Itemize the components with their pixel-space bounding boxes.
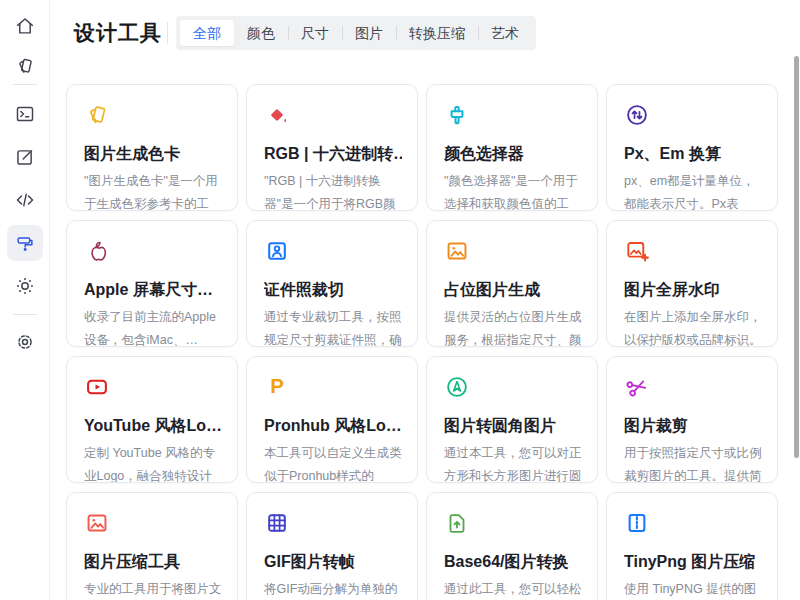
tool-card[interactable]: 占位图片生成提供灵活的占位图片生成服务，根据指定尺寸、颜色… [426,220,598,347]
tool-card-description: 通过本工具，您可以对正方形和长方形图片进行圆角… [444,442,582,483]
tool-card-title: YouTube 风格Lo… [84,416,222,437]
brightness-icon [14,275,36,297]
sidebar-item-cards-stack[interactable] [7,48,43,84]
sidebar-divider [13,314,37,315]
sidebar-item-compose[interactable] [7,139,43,175]
apple-icon [84,238,110,264]
tool-card-description: px、em都是计量单位，都能表示尺寸。Px表示"绝… [624,170,762,211]
tool-card[interactable]: GIF图片转帧将GIF动画分解为单独的图像帧。提供每一帧的输出… [246,492,418,600]
tool-card[interactable]: 证件照裁切通过专业裁切工具，按照规定尺寸剪裁证件照，确保… [246,220,418,347]
file-upload-icon [444,510,470,536]
tool-card[interactable]: 图片压缩工具专业的工具用于将图片文件进行压缩，减小文件大小… [66,492,238,600]
tool-card[interactable]: Apple 屏幕尺寸…收录了目前主流的Apple设备，包含iMac、… [66,220,238,347]
home-icon [14,15,36,37]
tool-card-description: 提供灵活的占位图片生成服务，根据指定尺寸、颜色… [444,306,582,347]
tab-all[interactable]: 全部 [180,20,234,46]
color-picker-icon [444,102,470,128]
tool-card-title: 图片全屏水印 [624,280,762,301]
tool-card-description: "RGB | 十六进制转换器"是一个用于将RGB颜色值和… [264,170,402,211]
px-em-icon [624,102,650,128]
tool-card[interactable]: 图片生成色卡"图片生成色卡"是一个用于生成色彩参考卡的工具。… [66,84,238,211]
tool-card-title: 图片转圆角图片 [444,416,582,437]
tool-card-title: TinyPng 图片压缩 [624,552,762,573]
tool-card[interactable]: TinyPng 图片压缩使用 TinyPNG 提供的图片压缩服务，自动减小图像… [606,492,778,600]
tool-card-description: 收录了目前主流的Apple设备，包含iMac、… [84,306,222,347]
tool-card[interactable]: PPronhub 风格Lo…本工具可以自定义生成类似于Pronhub样式的Log… [246,356,418,483]
tool-card-description: 通过此工具，您可以轻松进行Base64编码和解码，实… [444,578,582,600]
tool-card-title: Apple 屏幕尺寸… [84,280,222,301]
tab-4[interactable]: 转换压缩 [396,20,478,46]
tool-card-description: 定制 YouTube 风格的专业Logo，融合独特设计元… [84,442,222,483]
sidebar-divider [13,84,37,85]
letter-p-icon: P [264,374,290,400]
compose-icon [14,146,36,168]
image-plus-icon [624,238,650,264]
tool-card-title: RGB | 十六进制转… [264,144,402,165]
sidebar-item-brightness[interactable] [7,268,43,304]
tool-card-title: 图片压缩工具 [84,552,222,573]
tool-card-description: 将GIF动画分解为单独的图像帧。提供每一帧的输出… [264,578,402,600]
sidebar-item-code[interactable] [7,182,43,218]
sidebar-item-design-tools[interactable] [7,225,43,261]
tool-card[interactable]: Px、Em 换算px、em都是计量单位，都能表示尺寸。Px表示"绝… [606,84,778,211]
terminal-icon [14,103,36,125]
round-corner-icon [444,374,470,400]
tool-card-title: 证件照裁切 [264,280,402,301]
tool-card-description: "图片生成色卡"是一个用于生成色彩参考卡的工具。… [84,170,222,211]
tool-card-title: Pronhub 风格Lo… [264,416,402,437]
tool-card-description: 通过专业裁切工具，按照规定尺寸剪裁证件照，确保… [264,306,402,347]
sidebar-item-settings[interactable] [7,324,43,360]
image-icon [84,510,110,536]
tool-card[interactable]: 图片转圆角图片通过本工具，您可以对正方形和长方形图片进行圆角… [426,356,598,483]
id-photo-icon [264,238,290,264]
paint-bucket-icon [264,102,290,128]
tab-2[interactable]: 尺寸 [288,20,342,46]
tab-5[interactable]: 艺术 [478,20,532,46]
tab-1[interactable]: 颜色 [234,20,288,46]
tool-card[interactable]: Base64/图片转换通过此工具，您可以轻松进行Base64编码和解码，实… [426,492,598,600]
tool-card-title: 占位图片生成 [444,280,582,301]
tool-card-description: 在图片上添加全屏水印，以保护版权或品牌标识。水… [624,306,762,347]
grid-frames-icon [264,510,290,536]
page-title: 设计工具 [74,19,162,47]
tool-card-title: 图片裁剪 [624,416,762,437]
tool-card-title: Base64/图片转换 [444,552,582,573]
tool-card-description: 专业的工具用于将图片文件进行压缩，减小文件大小… [84,578,222,600]
sidebar-item-home[interactable] [7,8,43,44]
cards-stack-icon [14,55,36,77]
tool-card[interactable]: 图片全屏水印在图片上添加全屏水印，以保护版权或品牌标识。水… [606,220,778,347]
scissors-icon [624,374,650,400]
settings-icon [14,331,36,353]
tool-card-title: GIF图片转帧 [264,552,402,573]
design-tools-icon [14,232,36,254]
tool-card-description: 本工具可以自定义生成类似于Pronhub样式的Logo，… [264,442,402,483]
zip-file-icon [624,510,650,536]
tool-card-description: 使用 TinyPNG 提供的图片压缩服务，自动减小图像… [624,578,762,600]
tool-card[interactable]: 颜色选择器"颜色选择器"是一个用于选择和获取颜色值的工具。… [426,84,598,211]
sidebar [0,0,50,600]
tool-card-description: 用于按照指定尺寸或比例裁剪图片的工具。提供简便… [624,442,762,483]
tool-card-description: "颜色选择器"是一个用于选择和获取颜色值的工具。… [444,170,582,211]
image-icon [444,238,470,264]
title-divider [167,22,168,44]
sidebar-item-terminal[interactable] [7,96,43,132]
tab-3[interactable]: 图片 [342,20,396,46]
tool-card-title: 颜色选择器 [444,144,582,165]
tool-card-title: 图片生成色卡 [84,144,222,165]
svg-text:P: P [270,374,284,397]
tool-card-title: Px、Em 换算 [624,144,762,165]
tool-card[interactable]: RGB | 十六进制转…"RGB | 十六进制转换器"是一个用于将RGB颜色值和… [246,84,418,211]
scrollbar-thumb[interactable] [794,56,799,458]
code-icon [14,189,36,211]
color-cards-icon [84,102,110,128]
youtube-icon [84,374,110,400]
tool-card[interactable]: YouTube 风格Lo…定制 YouTube 风格的专业Logo，融合独特设计… [66,356,238,483]
tool-card[interactable]: 图片裁剪用于按照指定尺寸或比例裁剪图片的工具。提供简便… [606,356,778,483]
tools-grid: 图片生成色卡"图片生成色卡"是一个用于生成色彩参考卡的工具。…RGB | 十六进… [66,84,778,600]
category-tabs: 全部颜色尺寸图片转换压缩艺术 [176,16,536,50]
